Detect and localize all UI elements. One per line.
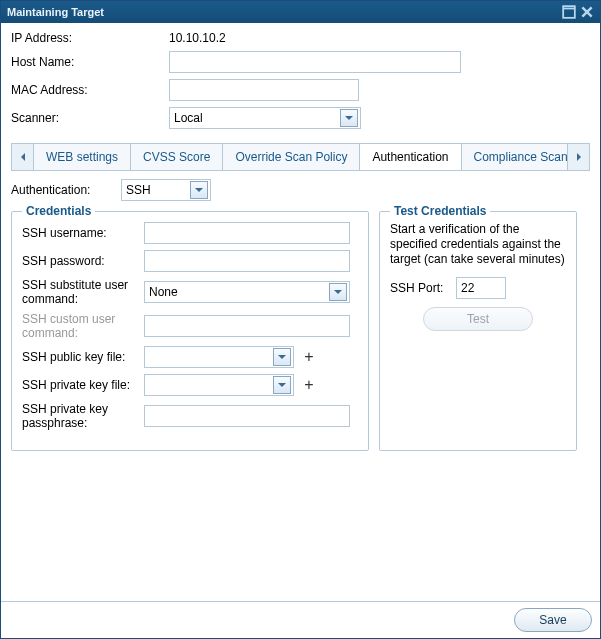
tabstrip: WEB settings CVSS Score Override Scan Po…: [11, 143, 590, 171]
mac-label: MAC Address:: [11, 83, 169, 97]
ssh-passphrase-label: SSH private key passphrase:: [22, 402, 144, 430]
test-legend: Test Credentials: [390, 204, 490, 218]
ssh-pubkey-select[interactable]: [144, 346, 294, 368]
add-privkey-icon[interactable]: +: [300, 376, 318, 394]
window-title: Maintaining Target: [7, 6, 558, 18]
credentials-legend: Credentials: [22, 204, 95, 218]
row-ssh-substitute: SSH substitute user command: None: [22, 278, 358, 306]
chevron-down-icon: [329, 283, 347, 301]
ip-label: IP Address:: [11, 31, 169, 45]
titlebar: Maintaining Target: [1, 1, 600, 23]
ssh-substitute-value: None: [149, 285, 329, 299]
tab-scroll-right[interactable]: [567, 144, 589, 170]
ssh-port-label: SSH Port:: [390, 281, 456, 295]
chevron-down-icon: [190, 181, 208, 199]
close-icon[interactable]: [580, 5, 594, 19]
ssh-pubkey-label: SSH public key file:: [22, 350, 144, 364]
ssh-password-input[interactable]: [144, 250, 350, 272]
ssh-substitute-label: SSH substitute user command:: [22, 278, 144, 306]
ssh-privkey-label: SSH private key file:: [22, 378, 144, 392]
tab-override-scan-policy[interactable]: Override Scan Policy: [223, 144, 360, 170]
tab-compliance-scanning[interactable]: Compliance Scanning: [462, 144, 568, 170]
scanner-value: Local: [174, 111, 340, 125]
auth-select[interactable]: SSH: [121, 179, 211, 201]
ssh-custom-label: SSH custom user command:: [22, 312, 144, 340]
save-button[interactable]: Save: [514, 608, 592, 632]
ssh-username-input[interactable]: [144, 222, 350, 244]
row-ssh-password: SSH password:: [22, 250, 358, 272]
row-authentication: Authentication: SSH: [11, 179, 590, 201]
auth-label: Authentication:: [11, 183, 121, 197]
host-label: Host Name:: [11, 55, 169, 69]
ssh-username-label: SSH username:: [22, 226, 144, 240]
ssh-port-input[interactable]: [456, 277, 506, 299]
test-button[interactable]: Test: [423, 307, 533, 331]
hostname-input[interactable]: [169, 51, 461, 73]
maintaining-target-window: Maintaining Target IP Address: 10.10.10.…: [0, 0, 601, 639]
mac-input[interactable]: [169, 79, 359, 101]
tab-authentication[interactable]: Authentication: [360, 144, 461, 170]
ssh-custom-input: [144, 315, 350, 337]
test-description: Start a verification of the specified cr…: [390, 222, 566, 267]
test-credentials-panel: Test Credentials Start a verification of…: [379, 211, 577, 451]
content-area: IP Address: 10.10.10.2 Host Name: MAC Ad…: [1, 23, 600, 601]
chevron-down-icon: [273, 376, 291, 394]
maximize-icon[interactable]: [562, 5, 576, 19]
tab-scroll-left[interactable]: [12, 144, 34, 170]
row-ssh-custom: SSH custom user command:: [22, 312, 358, 340]
row-ssh-passphrase: SSH private key passphrase:: [22, 402, 358, 430]
row-ssh-privkey: SSH private key file: +: [22, 374, 358, 396]
ssh-passphrase-input[interactable]: [144, 405, 350, 427]
tabs: WEB settings CVSS Score Override Scan Po…: [34, 144, 567, 170]
row-scanner: Scanner: Local: [11, 107, 590, 129]
footer: Save: [1, 601, 600, 638]
row-ssh-port: SSH Port:: [390, 277, 566, 299]
tab-web-settings[interactable]: WEB settings: [34, 144, 131, 170]
add-pubkey-icon[interactable]: +: [300, 348, 318, 366]
row-hostname: Host Name:: [11, 51, 590, 73]
ssh-privkey-select[interactable]: [144, 374, 294, 396]
row-ssh-pubkey: SSH public key file: +: [22, 346, 358, 368]
ssh-substitute-select[interactable]: None: [144, 281, 350, 303]
auth-value: SSH: [126, 183, 190, 197]
row-ip: IP Address: 10.10.10.2: [11, 31, 590, 45]
chevron-down-icon: [273, 348, 291, 366]
row-mac: MAC Address:: [11, 79, 590, 101]
ip-value: 10.10.10.2: [169, 31, 226, 45]
panels: Credentials SSH username: SSH password: …: [11, 211, 590, 451]
row-ssh-username: SSH username:: [22, 222, 358, 244]
tab-cvss-score[interactable]: CVSS Score: [131, 144, 223, 170]
ssh-password-label: SSH password:: [22, 254, 144, 268]
scanner-label: Scanner:: [11, 111, 169, 125]
chevron-down-icon: [340, 109, 358, 127]
credentials-panel: Credentials SSH username: SSH password: …: [11, 211, 369, 451]
scanner-select[interactable]: Local: [169, 107, 361, 129]
